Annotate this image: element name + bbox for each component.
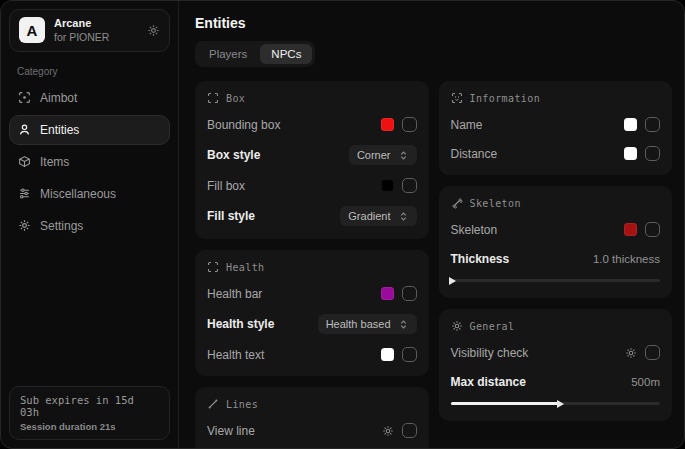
setting-label: Bounding box — [207, 118, 280, 132]
sub-expires-text: Sub expires in 15d 03h — [20, 394, 159, 418]
setting-label: Fill style — [207, 209, 255, 223]
gear-icon[interactable] — [625, 347, 637, 359]
color-swatch[interactable] — [381, 348, 394, 361]
setting-row: Distance — [451, 145, 661, 162]
checkbox[interactable] — [645, 146, 660, 161]
thickness-slider[interactable] — [451, 275, 661, 285]
checkbox[interactable] — [402, 178, 417, 193]
app-logo: A — [19, 17, 45, 43]
setting-label: Box style — [207, 148, 260, 162]
select-value: Health based — [326, 318, 391, 330]
setting-label: Thickness — [451, 252, 510, 266]
box-style-select[interactable]: Corner — [349, 145, 417, 165]
setting-row: Bounding box — [207, 116, 417, 133]
sidebar: A Arcane for PIONER Category Aimbot Enti… — [1, 1, 179, 448]
max-distance-slider[interactable] — [451, 398, 661, 408]
health-style-select[interactable]: Health based — [318, 314, 417, 334]
card-title: Information — [470, 93, 541, 104]
slider-thumb[interactable] — [449, 277, 456, 285]
slider-thumb[interactable] — [557, 400, 564, 408]
sidebar-item-label: Settings — [40, 219, 83, 233]
setting-row: Health style Health based — [207, 314, 417, 334]
setting-row: Health text — [207, 346, 417, 363]
skeleton-card: Skeleton Skeleton Thickness 1.0 thicknes… — [439, 186, 673, 298]
checkbox[interactable] — [645, 345, 660, 360]
card-title: General — [470, 321, 515, 332]
checkbox[interactable] — [402, 117, 417, 132]
subscription-info-card: Sub expires in 15d 03h Session duration … — [9, 386, 170, 440]
setting-label: Name — [451, 118, 483, 132]
checkbox[interactable] — [402, 347, 417, 362]
checkbox[interactable] — [402, 423, 417, 438]
app-name: Arcane — [54, 17, 138, 31]
line-icon — [207, 398, 219, 410]
card-header: Box — [207, 92, 417, 104]
setting-label: View line — [207, 424, 255, 438]
color-swatch[interactable] — [624, 118, 637, 131]
sidebar-item-label: Entities — [40, 123, 79, 137]
card-header: Skeleton — [451, 197, 661, 209]
setting-row: Max distance 500m — [451, 373, 661, 390]
person-icon — [18, 123, 31, 136]
slider-fill — [451, 402, 560, 405]
entity-tabs: Players NPCs — [195, 41, 315, 67]
app-window: A Arcane for PIONER Category Aimbot Enti… — [0, 0, 685, 449]
setting-row: Fill style Gradient — [207, 206, 417, 226]
lines-card: Lines View line Line to enemy — [195, 387, 429, 448]
setting-label: Health style — [207, 317, 274, 331]
settings-columns: Box Bounding box Box style Corner — [195, 81, 672, 448]
setting-row: Fill box — [207, 177, 417, 194]
gear-icon[interactable] — [147, 24, 160, 37]
app-subtitle: for PIONER — [54, 31, 138, 44]
setting-row: View line — [207, 422, 417, 439]
app-titles: Arcane for PIONER — [54, 17, 138, 44]
crosshair-icon — [18, 91, 31, 104]
checkbox[interactable] — [645, 117, 660, 132]
select-value: Gradient — [348, 210, 390, 222]
sidebar-item-label: Aimbot — [40, 91, 77, 105]
tab-npcs[interactable]: NPCs — [260, 44, 312, 64]
setting-row: Box style Corner — [207, 145, 417, 165]
box-select-icon — [207, 261, 219, 273]
card-title: Box — [226, 93, 245, 104]
card-header: General — [451, 320, 661, 332]
setting-row: Health bar — [207, 285, 417, 302]
sidebar-item-aimbot[interactable]: Aimbot — [9, 83, 170, 113]
color-swatch[interactable] — [624, 147, 637, 160]
color-swatch[interactable] — [624, 223, 637, 236]
checkbox[interactable] — [402, 286, 417, 301]
tab-players[interactable]: Players — [198, 44, 258, 64]
slider-track — [451, 279, 661, 282]
select-value: Corner — [357, 149, 391, 161]
card-header: Lines — [207, 398, 417, 410]
package-icon — [18, 155, 31, 168]
card-title: Health — [226, 262, 265, 273]
slider-value: 1.0 thickness — [593, 253, 660, 265]
gear-icon[interactable] — [382, 425, 394, 437]
information-card: Information Name Distance — [439, 81, 673, 175]
color-swatch[interactable] — [381, 287, 394, 300]
category-label: Category — [17, 66, 170, 77]
chevron-up-down-icon — [398, 211, 409, 222]
sidebar-item-settings[interactable]: Settings — [9, 211, 170, 241]
color-swatch[interactable] — [381, 179, 394, 192]
right-column: Information Name Distance — [439, 81, 673, 421]
setting-label: Max distance — [451, 375, 526, 389]
setting-label: Distance — [451, 147, 498, 161]
sliders-icon — [18, 187, 31, 200]
setting-label: Fill box — [207, 179, 245, 193]
sidebar-item-items[interactable]: Items — [9, 147, 170, 177]
slider-value: 500m — [631, 376, 660, 388]
sidebar-item-miscellaneous[interactable]: Miscellaneous — [9, 179, 170, 209]
health-card: Health Health bar Health style Health ba… — [195, 250, 429, 376]
setting-label: Health text — [207, 348, 264, 362]
card-header: Health — [207, 261, 417, 273]
sidebar-item-label: Items — [40, 155, 69, 169]
color-swatch[interactable] — [381, 118, 394, 131]
general-card: General Visibility check Max distance 50… — [439, 309, 673, 421]
setting-label: Health bar — [207, 287, 262, 301]
sidebar-item-entities[interactable]: Entities — [9, 115, 170, 145]
fill-style-select[interactable]: Gradient — [340, 206, 416, 226]
main-panel: Entities Players NPCs Box Bounding box — [179, 1, 684, 448]
checkbox[interactable] — [645, 222, 660, 237]
